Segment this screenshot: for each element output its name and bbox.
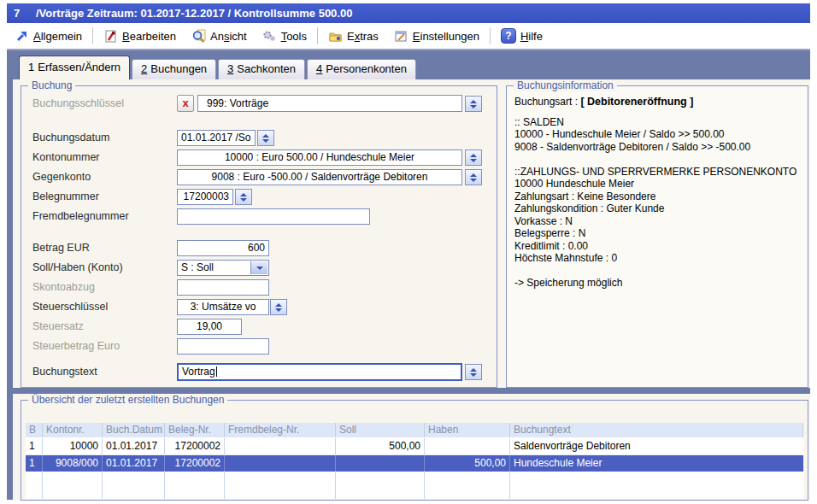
belegnummer-spinner[interactable] [235,189,252,205]
gegenkonto-label: Gegenkonto [32,169,91,185]
fremdbelegnummer-label: Fremdbelegnummer [32,208,129,225]
table-header-row: B Kontonr. Buch.Datum Beleg-Nr. Fremdbel… [26,423,803,437]
section-splitter[interactable] [7,388,810,394]
menu-label: Extras [347,30,379,43]
title-bar: 7 /Vorträge Zeitraum: 01.2017-12.2017 / … [7,3,810,23]
menu-separator [317,27,318,44]
betrag-label: Betrag EUR [32,240,90,256]
gegenkonto-field[interactable]: 9008 : Euro -500.00 / Saldenvorträge Deb… [177,169,462,185]
col-header: Buch.Datum [103,423,165,437]
table-row[interactable]: 1 10000 01.01.2017 17200002 500,00 Salde… [26,438,803,455]
steuerbetrag-label: Steuerbetrag Euro [32,338,120,355]
clear-icon[interactable]: x [177,95,194,112]
magnifier-icon [191,29,206,44]
menu-bar: Allgemein Bearbeiten Ansicht Tools [7,23,810,49]
kontonummer-label: Kontonummer [32,149,100,166]
buchungsdatum-spinner[interactable] [257,130,274,146]
chevron-down-icon[interactable] [250,261,267,274]
text-caret [216,366,217,377]
info-line [514,265,802,278]
folder-icon [328,29,343,44]
col-header: Soll [336,423,425,437]
tab-sachkonten[interactable]: 3Sachkonten [218,59,305,79]
fremdbelegnummer-field[interactable] [177,208,370,225]
belegnummer-field[interactable]: 17200003 [177,189,233,205]
buchungstext-spinner[interactable] [465,364,482,380]
menu-label: Hilfe [520,30,543,43]
menu-hilfe[interactable]: ? Hilfe [493,26,550,46]
kontonummer-field[interactable]: 10000 : Euro 500.00 / Hundeschule Meier [177,149,462,166]
cell-b: 1 [26,455,43,472]
info-line: 10000 Hundeschule Meier [514,178,802,190]
steuerbetrag-field[interactable] [177,338,269,355]
col-header: Haben [425,423,510,437]
steuerschluessel-label: Steuerschlüssel [32,299,108,315]
steuerschluessel-spinner[interactable] [270,299,287,315]
menu-ansicht[interactable]: Ansicht [184,26,255,46]
left-frame-band [7,79,13,500]
tab-bar: 1Erfassen/Ändern 2Buchungen 3Sachkonten … [19,50,418,79]
table-filler-row [26,472,803,499]
sollhaben-dropdown[interactable]: S : Soll [177,260,269,276]
skontoabzug-label: Skontoabzug [32,279,95,296]
menu-extras[interactable]: Extras [320,26,386,46]
buchungsinformation-groupbox-title: Buchungsinformation [514,79,617,91]
app-window: 7 /Vorträge Zeitraum: 01.2017-12.2017 / … [0,0,817,504]
table-row-selected[interactable]: 1 9008/000 01.01.2017 17200002 500,00 Hu… [26,455,803,472]
cell-soll: 500,00 [336,438,425,454]
edit-icon [103,29,118,44]
buchungsschluessel-spinner[interactable] [465,96,482,112]
info-line: :: SALDEN [514,116,802,129]
info-line: Zahlungskondition : Guter Kunde [514,202,802,215]
tab-personenkonten[interactable]: 4Personenkonten [307,59,416,79]
steuerschluessel-field[interactable]: 3: Umsätze vo [177,299,269,315]
kontonummer-spinner[interactable] [465,149,482,166]
menu-label: Tools [281,30,307,43]
buchungstext-label: Buchungstext [32,364,97,380]
menu-einstellungen[interactable]: Einstellungen [386,26,487,46]
cell-buchdatum: 01.01.2017 [103,455,165,472]
col-header: Fremdbeleg-Nr. [225,423,336,437]
menu-label: Ansicht [210,30,247,43]
cell-kontonr: 9008/000 [43,455,103,472]
menu-allgemein[interactable]: Allgemein [7,26,90,46]
menu-bearbeiten[interactable]: Bearbeiten [96,26,184,46]
info-line [514,153,802,166]
buchungsdatum-field[interactable]: 01.01.2017 /So [177,130,256,146]
steuersatz-field[interactable]: 19,00 [177,319,242,335]
info-line: ::ZAHLUNGS- UND SPERRVERMERKE PERSONENKO… [514,166,802,179]
cell-belegnr: 17200002 [165,438,225,454]
col-header: B [26,423,43,437]
betrag-field[interactable]: 600 [177,240,269,256]
steuersatz-label: Steuersatz [32,319,84,335]
buchungsinformation-text: Buchungsart : [ Debitoreneröffnung ] :: … [514,96,802,290]
gegenkonto-spinner[interactable] [465,169,482,185]
menu-tools[interactable]: Tools [255,26,314,46]
info-line: -> Speicherung möglich [514,277,802,290]
buchungsart-line: Buchungsart : [ Debitoreneröffnung ] [514,96,802,108]
window-id: 7 [14,3,36,23]
buchungsdatum-label: Buchungsdatum [32,130,109,146]
col-header: Beleg-Nr. [165,423,225,437]
buchungsschluessel-field[interactable]: 999: Vorträge [197,95,462,112]
help-icon: ? [501,28,516,44]
menu-separator [92,27,93,44]
info-line: Belegsperre : N [514,227,802,240]
col-header: Buchungtext [510,423,803,437]
buchung-groupbox-title: Buchung [28,79,75,91]
menu-separator [490,27,491,44]
cell-buchungstext: Hundeschule Meier [510,455,803,472]
arrow-ne-icon [15,29,29,44]
info-line: Kreditlimit : 0.00 [514,240,802,253]
skontoabzug-field[interactable] [177,279,269,296]
col-header: Kontonr. [43,423,103,437]
info-line: Höchste Mahnstufe : 0 [514,252,802,265]
buchungstext-field[interactable]: Vortrag [177,363,462,381]
cell-soll [336,455,425,472]
tab-buchungen[interactable]: 2Buchungen [132,59,216,79]
belegnummer-label: Belegnummer [32,189,99,205]
cell-b: 1 [26,438,43,454]
cell-belegnr: 17200002 [165,455,225,472]
tab-erfassen-aendern[interactable]: 1Erfassen/Ändern [19,56,130,79]
info-line: Vorkasse : N [514,215,802,228]
